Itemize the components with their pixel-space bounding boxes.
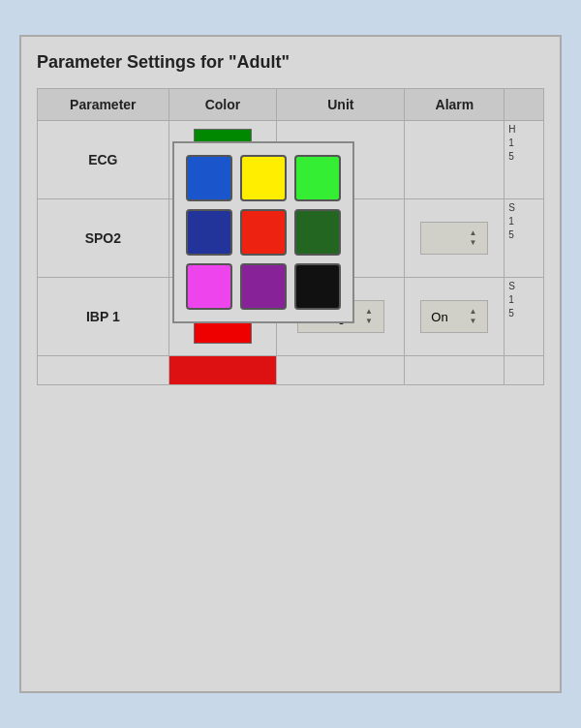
color-option-dark-green[interactable] (294, 209, 341, 256)
color-option-blue[interactable] (186, 155, 232, 201)
color-option-black[interactable] (294, 263, 341, 310)
color-picker-popup[interactable] (172, 141, 354, 323)
col-header-color: Color (168, 89, 277, 121)
color-option-purple[interactable] (240, 263, 287, 310)
color-option-bright-green[interactable] (294, 155, 341, 201)
partial-row-hint (505, 356, 544, 385)
ibp1-alarm-value: On (431, 310, 447, 324)
param-ibp1-hint-cell: S15 (505, 278, 544, 356)
param-ecg-label: ECG (38, 121, 169, 199)
param-ecg-hint-cell: H15 (505, 121, 544, 199)
param-spo2-hint-cell: S15 (505, 199, 544, 278)
table-container: Parameter Color Unit Alarm ECG (37, 88, 544, 385)
param-spo2-alarm-cell: ▲ ▼ (405, 199, 505, 278)
param-ibp1-label: IBP 1 (38, 278, 169, 356)
col-header-hint (505, 89, 544, 121)
ibp1-alarm-display[interactable]: On ▲ ▼ (420, 300, 488, 333)
main-panel: Parameter Settings for "Adult" Parameter… (19, 35, 562, 693)
spo2-alarm-display[interactable]: ▲ ▼ (420, 222, 488, 255)
color-option-magenta[interactable] (186, 263, 232, 310)
partial-row-alarm (405, 356, 505, 385)
param-ibp1-alarm-cell[interactable]: On ▲ ▼ (405, 278, 505, 356)
color-option-dark-blue[interactable] (186, 209, 232, 256)
partial-row-label (38, 356, 169, 385)
col-header-parameter: Parameter (38, 89, 169, 121)
col-header-unit: Unit (277, 89, 405, 121)
ibp1-unit-spinner[interactable]: ▲ ▼ (364, 307, 374, 326)
partial-row-color (168, 356, 277, 385)
spo2-alarm-spinner[interactable]: ▲ ▼ (468, 228, 477, 248)
color-option-red[interactable] (240, 209, 287, 256)
ibp1-alarm-spinner[interactable]: ▲ ▼ (468, 307, 477, 326)
color-option-yellow[interactable] (240, 155, 287, 201)
col-header-alarm: Alarm (405, 89, 505, 121)
partial-row-unit (277, 356, 405, 385)
panel-title: Parameter Settings for "Adult" (37, 52, 544, 73)
param-ecg-alarm-cell (405, 121, 505, 199)
param-spo2-label: SPO2 (38, 199, 169, 278)
table-row (38, 356, 544, 385)
